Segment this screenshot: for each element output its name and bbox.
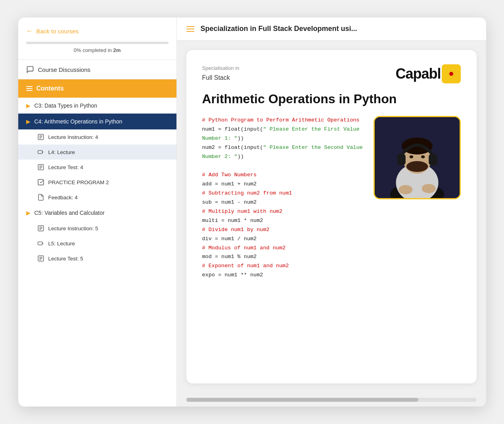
- code-and-video: # Python Program to Perform Arithmetic O…: [202, 116, 461, 280]
- video-icon: [37, 148, 44, 156]
- chapter-c4-label: C4: Arithmetic Operations in Python: [34, 118, 123, 125]
- chapter-c5-label: C5: Variables and Calculator: [34, 210, 105, 216]
- lesson-feedback-4[interactable]: Feedback: 4: [18, 190, 176, 205]
- chapter-arrow-icon: ▶: [26, 118, 31, 125]
- chapter-c3-label: C3: Data Types in Python: [34, 102, 98, 109]
- video-icon: [37, 240, 44, 247]
- chapter-c3[interactable]: ▶ C3: Data Types in Python: [18, 98, 176, 114]
- capabl-dot-box: [442, 64, 461, 83]
- capabl-dot: [449, 72, 453, 76]
- lesson-lecture-test-4[interactable]: Lecture Test: 4: [18, 160, 176, 175]
- chapter-c5[interactable]: ▶ C5: Variables and Calculator: [18, 205, 176, 221]
- back-arrow-icon: ←: [26, 27, 33, 35]
- course-discussions-link[interactable]: Course Discussions: [18, 60, 176, 79]
- content-area[interactable]: Specialisation in Full Stack Capabl Arit…: [177, 40, 486, 398]
- svg-rect-31: [429, 154, 437, 166]
- contents-header[interactable]: Contents: [18, 79, 176, 98]
- back-label: Back to courses: [36, 28, 79, 35]
- svg-rect-4: [38, 150, 42, 154]
- practice-icon: [37, 179, 44, 186]
- svg-marker-16: [42, 243, 43, 245]
- sidebar-content[interactable]: ▶ C3: Data Types in Python ▶ C4: Arithme…: [18, 98, 176, 407]
- lesson-l4-lecture[interactable]: L4: Lecture: [18, 145, 176, 160]
- person-silhouette: [375, 116, 460, 199]
- svg-point-33: [421, 156, 425, 159]
- discussions-label: Course Discussions: [38, 66, 91, 73]
- document-icon: [37, 225, 44, 232]
- svg-marker-5: [42, 151, 43, 153]
- bottom-scrollbar[interactable]: [186, 398, 477, 402]
- svg-point-35: [422, 184, 435, 193]
- sidebar: ← Back to courses 0% completed in 2m Cou…: [18, 17, 177, 407]
- test-icon: [37, 255, 44, 262]
- svg-point-32: [409, 156, 413, 159]
- specialisation-label: Specialisation in Full Stack: [202, 64, 240, 83]
- main-content: Specialization in Full Stack Development…: [177, 17, 486, 407]
- lesson-lecture-instruction-5[interactable]: Lecture Instruction: 5: [18, 221, 176, 236]
- progress-text: 0% completed in 2m: [26, 47, 169, 53]
- svg-rect-10: [38, 179, 44, 185]
- chapter-arrow-icon: ▶: [26, 210, 31, 216]
- svg-rect-15: [38, 242, 42, 245]
- document-icon: [37, 133, 44, 141]
- svg-rect-30: [397, 154, 405, 166]
- video-thumbnail[interactable]: [374, 116, 461, 199]
- menu-icon: [26, 86, 33, 91]
- card-top: Specialisation in Full Stack Capabl: [202, 64, 461, 83]
- app-container: ← Back to courses 0% completed in 2m Cou…: [18, 17, 486, 407]
- svg-point-34: [399, 185, 412, 194]
- contents-label: Contents: [36, 85, 64, 92]
- lesson-lecture-test-5[interactable]: Lecture Test: 5: [18, 251, 176, 266]
- capabl-text: Capabl: [395, 66, 441, 82]
- progress-bar-container: [26, 42, 169, 44]
- main-header-title: Specialization in Full Stack Development…: [201, 25, 357, 33]
- chapter-c4[interactable]: ▶ C4: Arithmetic Operations in Python: [18, 114, 176, 129]
- svg-point-27: [406, 161, 427, 172]
- feedback-icon: [37, 194, 44, 201]
- discussion-icon: [26, 66, 34, 73]
- chapter-arrow-icon: ▶: [26, 102, 31, 109]
- capabl-logo: Capabl: [395, 64, 460, 83]
- lesson-l5-lecture[interactable]: L5: Lecture: [18, 236, 176, 251]
- code-block: # Python Program to Perform Arithmetic O…: [202, 116, 366, 280]
- sidebar-header: ← Back to courses 0% completed in 2m: [18, 17, 176, 60]
- lesson-lecture-instruction-4[interactable]: Lecture Instruction: 4: [18, 129, 176, 145]
- main-header: Specialization in Full Stack Development…: [177, 17, 486, 40]
- lesson-title: Arithmetic Operations in Python: [202, 91, 461, 106]
- hamburger-menu-icon[interactable]: [186, 26, 194, 32]
- scrollbar-thumb: [186, 398, 419, 402]
- back-to-courses-link[interactable]: ← Back to courses: [26, 27, 169, 35]
- test-icon: [37, 164, 44, 171]
- course-card: Specialisation in Full Stack Capabl Arit…: [186, 50, 477, 384]
- lesson-practice-program-2[interactable]: PRACTICE PROGRAM 2: [18, 175, 176, 190]
